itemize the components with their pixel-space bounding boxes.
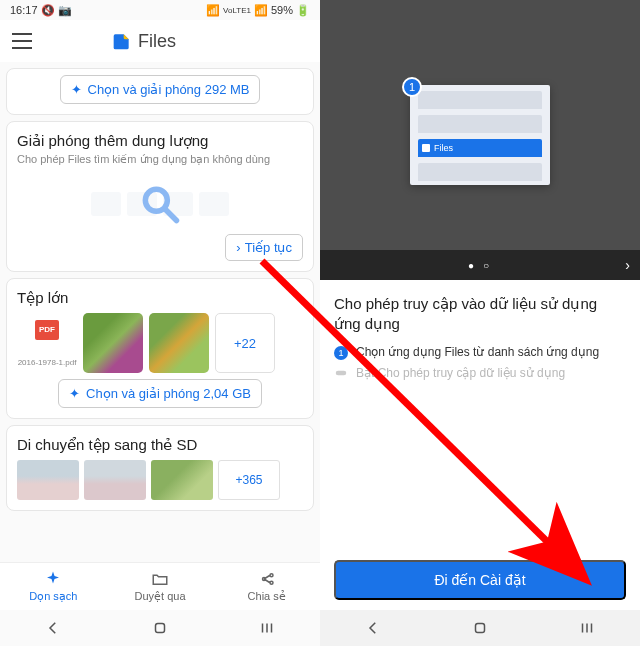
sparkle-icon: ✦	[71, 82, 82, 97]
nav-share[interactable]: Chia sẻ	[213, 563, 320, 610]
sd-thumb-1[interactable]	[17, 460, 79, 500]
carousel-indicator: ● ○ ›	[320, 250, 640, 280]
pdf-filename: 2016-1978-1.pdf	[18, 358, 77, 367]
continue-button[interactable]: › Tiếp tục	[225, 234, 303, 261]
share-icon	[258, 570, 276, 588]
toggle-icon	[334, 366, 348, 380]
files-logo-icon	[112, 31, 132, 51]
app-header: Files	[0, 20, 320, 62]
card-move-sd: Di chuyển tệp sang thẻ SD +365	[6, 425, 314, 511]
home-button[interactable]	[471, 619, 489, 637]
nav-browse[interactable]: Duyệt qua	[107, 563, 214, 610]
app-logo: Files	[112, 31, 176, 52]
right-screen: 1 Files ● ○ › Cho phép truy cập vào dữ l…	[320, 0, 640, 646]
recents-button[interactable]	[258, 619, 276, 637]
permission-title: Cho phép truy cập vào dữ liệu sử dụng ứn…	[334, 294, 626, 333]
battery-text: 59%	[271, 4, 293, 16]
sd-thumb-2[interactable]	[84, 460, 146, 500]
permission-illustration: 1 Files	[320, 20, 640, 250]
thumb-pdf[interactable]: PDF 2016-1978-1.pdf	[17, 313, 77, 373]
step-1-text: Chọn ứng dụng Files từ danh sách ứng dụn…	[356, 345, 599, 359]
menu-button[interactable]	[12, 31, 32, 51]
free-illustration	[17, 174, 303, 234]
svg-line-1	[166, 210, 177, 221]
carousel-next-icon[interactable]: ›	[625, 257, 630, 273]
continue-label: Tiếp tục	[245, 240, 292, 255]
step-2-text: Bật Cho phép truy cập dữ liệu sử dụng	[356, 366, 565, 380]
chevron-right-icon: ›	[236, 240, 240, 255]
photo-icon: 📷	[58, 4, 72, 17]
bottom-nav: Dọn sạch Duyệt qua Chia sẻ	[0, 562, 320, 610]
thumb-more[interactable]: +22	[215, 313, 275, 373]
clean-large-label: Chọn và giải phóng 2,04 GB	[86, 386, 251, 401]
svg-rect-2	[155, 624, 164, 633]
status-bar-right	[320, 0, 640, 20]
folder-icon	[151, 570, 169, 588]
nav-share-label: Chia sẻ	[248, 590, 286, 603]
go-to-settings-button[interactable]: Đi đến Cài đặt	[334, 560, 626, 600]
mini-files-icon	[422, 144, 430, 152]
thumb-photo-2[interactable]	[149, 313, 209, 373]
illus-app-name: Files	[434, 143, 453, 153]
more-count: +22	[234, 336, 256, 351]
clean-button-top[interactable]: ✦ Chọn và giải phóng 292 MB	[60, 75, 261, 104]
carousel-dots: ● ○	[468, 260, 492, 271]
sd-more-count: +365	[235, 473, 262, 487]
illus-step-badge: 1	[402, 77, 422, 97]
wifi-icon: 📶	[206, 4, 220, 17]
illus-highlighted-row: Files	[418, 139, 542, 157]
main-content: ✦ Chọn và giải phóng 292 MB Giải phóng t…	[0, 62, 320, 562]
thumb-photo-1[interactable]	[83, 313, 143, 373]
back-button[interactable]	[44, 619, 62, 637]
svg-rect-3	[336, 371, 347, 376]
permission-step-1: 1 Chọn ứng dụng Files từ danh sách ứng d…	[334, 345, 626, 360]
recents-button[interactable]	[578, 619, 596, 637]
home-button[interactable]	[151, 619, 169, 637]
magnifier-icon	[138, 182, 182, 226]
sparkle-icon	[44, 570, 62, 588]
left-screen: 16:17 🔇 📷 📶 VoLTE1 📶 59% 🔋 Files ✦ Chọn …	[0, 0, 320, 646]
back-button[interactable]	[364, 619, 382, 637]
status-bar: 16:17 🔇 📷 📶 VoLTE1 📶 59% 🔋	[0, 0, 320, 20]
permission-step-2: Bật Cho phép truy cập dữ liệu sử dụng	[334, 366, 626, 380]
illus-app-list: 1 Files	[410, 85, 550, 185]
free-title: Giải phóng thêm dung lượng	[17, 132, 303, 150]
app-name: Files	[138, 31, 176, 52]
cta-label: Đi đến Cài đặt	[434, 572, 525, 588]
status-time: 16:17	[10, 4, 38, 16]
signal-icon: 📶	[254, 4, 268, 17]
volte-icon: VoLTE1	[223, 6, 251, 15]
card-clean-top: ✦ Chọn và giải phóng 292 MB	[6, 68, 314, 115]
svg-rect-4	[475, 624, 484, 633]
sd-thumbs: +365	[17, 460, 303, 500]
card-free-space: Giải phóng thêm dung lượng Cho phép File…	[6, 121, 314, 272]
system-nav	[0, 610, 320, 646]
large-thumbs: PDF 2016-1978-1.pdf +22	[17, 313, 303, 373]
battery-icon: 🔋	[296, 4, 310, 17]
clean-button-label: Chọn và giải phóng 292 MB	[88, 82, 250, 97]
clean-large-button[interactable]: ✦ Chọn và giải phóng 2,04 GB	[58, 379, 262, 408]
permission-content: Cho phép truy cập vào dữ liệu sử dụng ứn…	[320, 280, 640, 560]
nav-clean-label: Dọn sạch	[29, 590, 77, 603]
large-title: Tệp lớn	[17, 289, 303, 307]
system-nav-right	[320, 610, 640, 646]
volume-icon: 🔇	[41, 4, 55, 17]
nav-clean[interactable]: Dọn sạch	[0, 563, 107, 610]
sd-title: Di chuyển tệp sang thẻ SD	[17, 436, 303, 454]
card-large-files: Tệp lớn PDF 2016-1978-1.pdf +22 ✦ Chọn v…	[6, 278, 314, 419]
pdf-badge: PDF	[35, 320, 59, 340]
free-subtitle: Cho phép Files tìm kiếm ứng dụng bạn khô…	[17, 153, 303, 166]
sparkle-icon: ✦	[69, 386, 80, 401]
step-1-badge: 1	[334, 346, 348, 360]
sd-thumb-more[interactable]: +365	[218, 460, 280, 500]
sd-thumb-3[interactable]	[151, 460, 213, 500]
nav-browse-label: Duyệt qua	[134, 590, 185, 603]
